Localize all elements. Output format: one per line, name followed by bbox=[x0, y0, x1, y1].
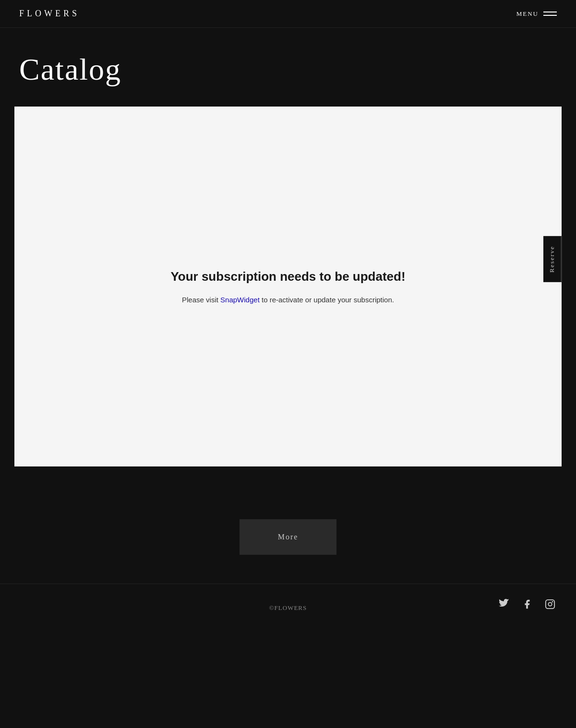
widget-body-suffix: to re-activate or update your subscripti… bbox=[260, 296, 394, 304]
widget-body-prefix: Please visit bbox=[182, 296, 220, 304]
twitter-icon[interactable] bbox=[497, 597, 511, 611]
more-button[interactable]: More bbox=[240, 519, 337, 555]
site-footer: ©FLOWERS bbox=[0, 584, 576, 624]
menu-button[interactable]: MENU bbox=[516, 10, 557, 18]
reserve-tab[interactable]: Reserve bbox=[543, 236, 562, 282]
footer-copyright: ©FLOWERS bbox=[269, 604, 307, 612]
svg-point-1 bbox=[548, 602, 552, 606]
site-logo: FLOWERS bbox=[19, 9, 80, 19]
widget-body: Please visit SnapWidget to re-activate o… bbox=[170, 296, 405, 304]
menu-label: MENU bbox=[516, 10, 539, 18]
widget-container: Your subscription needs to be updated! P… bbox=[14, 107, 562, 466]
page-title: Catalog bbox=[19, 52, 557, 87]
site-header: FLOWERS MENU bbox=[0, 0, 576, 28]
instagram-icon[interactable] bbox=[543, 597, 557, 611]
svg-rect-0 bbox=[546, 600, 554, 609]
svg-point-2 bbox=[552, 601, 553, 603]
widget-heading: Your subscription needs to be updated! bbox=[170, 269, 405, 284]
main-content: Your subscription needs to be updated! P… bbox=[0, 107, 576, 495]
widget-inner: Your subscription needs to be updated! P… bbox=[161, 250, 415, 323]
hamburger-icon bbox=[543, 12, 557, 16]
catalog-heading-section: Catalog bbox=[0, 28, 576, 107]
facebook-icon[interactable] bbox=[520, 597, 534, 611]
footer-social bbox=[378, 597, 557, 611]
snapwidget-link[interactable]: SnapWidget bbox=[220, 296, 260, 304]
more-section: More bbox=[0, 495, 576, 584]
